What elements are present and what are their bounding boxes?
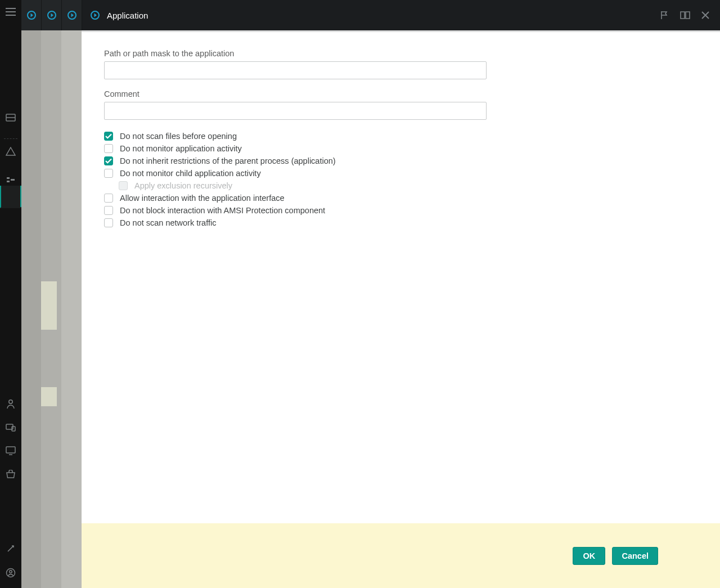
cancel-button[interactable]: Cancel [612, 547, 658, 565]
rail-user-icon[interactable] [6, 399, 15, 409]
checkbox-no-block-amsi[interactable] [104, 206, 113, 215]
main-panel: Path or path mask to the application Com… [82, 32, 677, 523]
ok-button[interactable]: OK [573, 547, 605, 565]
checkbox-row-apply-recursive: Apply exclusion recursively [104, 179, 487, 192]
svg-point-9 [10, 571, 12, 573]
breadcrumb-step-2[interactable] [42, 0, 62, 30]
checkbox-apply-recursive [119, 181, 128, 190]
rail-devices-icon[interactable] [6, 424, 16, 432]
checkbox-label-allow-interaction: Allow interaction with the application i… [120, 194, 285, 203]
checkbox-label-no-monitor-activity: Do not monitor application activity [120, 144, 242, 153]
menu-icon[interactable] [6, 8, 16, 18]
footer-bar: OK Cancel [82, 523, 720, 588]
svg-point-4 [9, 400, 12, 403]
checkbox-no-monitor-activity[interactable] [104, 144, 113, 153]
checkbox-row-no-scan-network: Do not scan network traffic [104, 217, 487, 229]
rail-monitor-icon[interactable] [6, 446, 16, 455]
checkbox-label-no-inherit: Do not inherit restrictions of the paren… [120, 156, 336, 165]
checkbox-allow-interaction[interactable] [104, 194, 113, 203]
checkbox-label-no-scan-network: Do not scan network traffic [120, 218, 216, 227]
breadcrumb-current-icon [90, 10, 100, 20]
svg-rect-5 [6, 424, 13, 429]
rail-policy-icon[interactable] [6, 176, 16, 185]
svg-point-8 [7, 569, 15, 577]
checkbox-label-no-monitor-child: Do not monitor child application activit… [120, 169, 261, 178]
checkbox-row-allow-interaction: Allow interaction with the application i… [104, 192, 487, 204]
breadcrumb-step-1[interactable] [21, 0, 42, 30]
svg-point-12 [68, 11, 76, 19]
svg-rect-6 [12, 427, 15, 431]
form-area: Path or path mask to the application Com… [82, 32, 509, 235]
path-input[interactable] [104, 61, 487, 79]
svg-rect-0 [6, 114, 15, 121]
svg-rect-7 [6, 447, 15, 453]
book-icon[interactable] [680, 11, 691, 20]
svg-point-11 [48, 11, 56, 19]
svg-rect-1 [7, 177, 10, 179]
checkbox-label-apply-recursive: Apply exclusion recursively [134, 181, 232, 190]
bg-highlight-2 [41, 387, 57, 406]
checkbox-row-no-monitor-child: Do not monitor child application activit… [104, 167, 487, 179]
rail-alert-icon[interactable] [6, 147, 16, 156]
stack-layer-3 [61, 30, 82, 588]
checkbox-no-scan-open[interactable] [104, 132, 113, 141]
path-label: Path or path mask to the application [104, 49, 487, 58]
checkbox-label-no-scan-open: Do not scan files before opening [120, 132, 237, 141]
svg-rect-2 [7, 181, 10, 182]
rail-dashboard-icon[interactable] [6, 114, 16, 122]
checkbox-no-monitor-child[interactable] [104, 169, 113, 178]
breadcrumb-current: Application [82, 0, 156, 30]
checkbox-row-no-monitor-activity: Do not monitor application activity [104, 142, 487, 155]
rail-divider [4, 138, 17, 139]
page-title: Application [107, 11, 148, 20]
close-icon[interactable] [701, 11, 710, 20]
checkbox-label-no-block-amsi: Do not block interaction with AMSI Prote… [120, 206, 325, 215]
checkbox-row-no-block-amsi: Do not block interaction with AMSI Prote… [104, 204, 487, 217]
header-bar: Application [21, 0, 720, 30]
comment-input[interactable] [104, 102, 487, 120]
checkbox-no-inherit[interactable] [104, 156, 113, 165]
rail-active-indicator [0, 186, 21, 208]
checkbox-row-no-scan-open: Do not scan files before opening [104, 130, 487, 142]
svg-point-13 [91, 11, 99, 19]
breadcrumb-step-3[interactable] [62, 0, 82, 30]
stack-layer-1 [21, 30, 41, 588]
left-rail [0, 0, 21, 588]
flag-icon[interactable] [659, 10, 669, 20]
rail-settings-icon[interactable] [6, 544, 15, 553]
rail-store-icon[interactable] [6, 470, 16, 479]
checkbox-row-no-inherit: Do not inherit restrictions of the paren… [104, 155, 487, 167]
svg-rect-3 [11, 179, 15, 181]
svg-point-10 [28, 11, 35, 19]
checkbox-list: Do not scan files before openingDo not m… [104, 130, 487, 229]
bg-highlight-1 [41, 281, 57, 330]
header-actions [659, 10, 720, 20]
rail-account-icon[interactable] [6, 568, 16, 578]
comment-label: Comment [104, 89, 487, 98]
checkbox-no-scan-network[interactable] [104, 218, 113, 227]
